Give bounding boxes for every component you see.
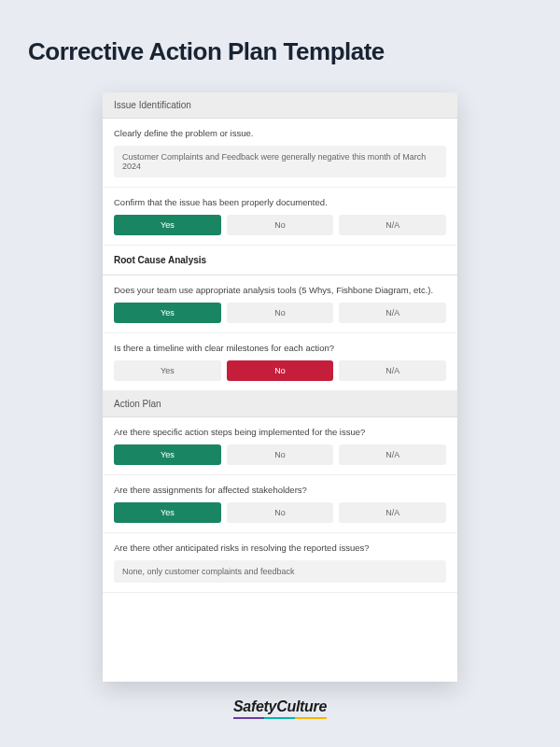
question-documented: Confirm that the issue has been properly… xyxy=(103,188,457,246)
answer-text[interactable]: Customer Complaints and Feedback were ge… xyxy=(114,146,446,177)
answer-text[interactable]: None, only customer complaints and feedb… xyxy=(114,560,446,583)
question-text: Are there assignments for affected stake… xyxy=(114,485,446,495)
option-yes[interactable]: Yes xyxy=(114,444,221,465)
question-text: Are there other anticipated risks in res… xyxy=(114,543,446,553)
question-text: Clearly define the problem or issue. xyxy=(114,128,446,138)
question-text: Confirm that the issue has been properly… xyxy=(114,197,446,207)
option-no[interactable]: No xyxy=(227,360,334,381)
question-timeline: Is there a timeline with clear milestone… xyxy=(103,333,457,391)
question-define-problem: Clearly define the problem or issue. Cus… xyxy=(103,119,457,188)
brand-name: SafetyCulture xyxy=(233,698,327,714)
question-text: Does your team use appropriate analysis … xyxy=(114,285,446,295)
option-no[interactable]: No xyxy=(227,303,334,323)
section-header-root-cause: Root Cause Analysis xyxy=(103,246,457,275)
question-text: Is there a timeline with clear milestone… xyxy=(114,343,446,353)
question-text: Are there specific action steps being im… xyxy=(114,427,446,437)
brand-underline-icon xyxy=(233,717,327,719)
question-anticipated-risks: Are there other anticipated risks in res… xyxy=(103,533,457,593)
option-na[interactable]: N/A xyxy=(339,303,446,323)
section-header-action-plan: Action Plan xyxy=(103,391,457,417)
option-na[interactable]: N/A xyxy=(339,444,446,465)
option-no[interactable]: No xyxy=(227,502,334,523)
option-yes[interactable]: Yes xyxy=(114,360,221,381)
question-action-steps: Are there specific action steps being im… xyxy=(103,417,457,475)
option-no[interactable]: No xyxy=(227,444,334,465)
option-yes[interactable]: Yes xyxy=(114,215,221,235)
option-yes[interactable]: Yes xyxy=(114,502,221,523)
option-yes[interactable]: Yes xyxy=(114,303,221,323)
form-card: Issue Identification Clearly define the … xyxy=(103,92,457,682)
option-na[interactable]: N/A xyxy=(339,502,446,523)
option-na[interactable]: N/A xyxy=(339,215,446,235)
question-assignments: Are there assignments for affected stake… xyxy=(103,475,457,533)
page-title: Corrective Action Plan Template xyxy=(28,37,532,66)
footer: SafetyCulture xyxy=(28,682,532,728)
section-header-issue-identification: Issue Identification xyxy=(103,92,457,119)
option-na[interactable]: N/A xyxy=(339,360,446,381)
option-no[interactable]: No xyxy=(227,215,334,235)
brand-logo: SafetyCulture xyxy=(233,698,327,719)
question-analysis-tools: Does your team use appropriate analysis … xyxy=(103,275,457,333)
